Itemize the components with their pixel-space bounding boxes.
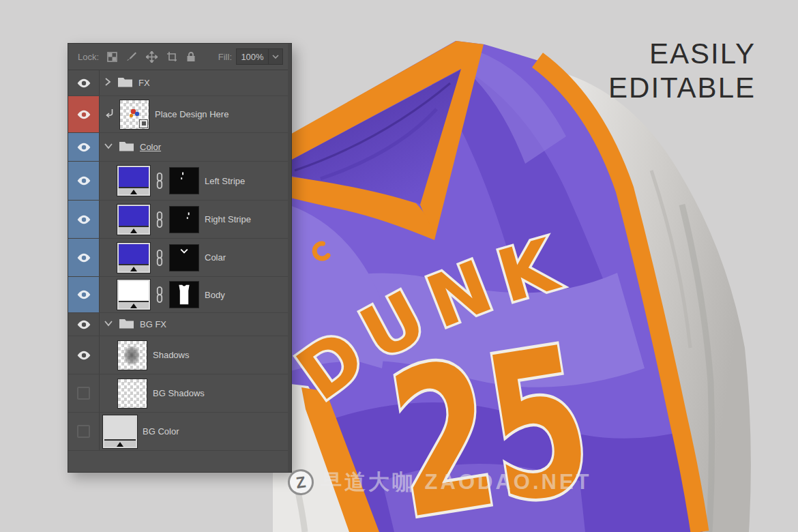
smart-object-thumbnail[interactable] xyxy=(119,100,149,130)
headline-line2: EDITABLE xyxy=(608,71,756,105)
lock-transparent-pixels-icon[interactable] xyxy=(107,52,117,62)
visibility-toggle[interactable] xyxy=(68,313,100,336)
layer-name[interactable]: Colar xyxy=(205,252,226,263)
lock-image-pixels-icon[interactable] xyxy=(126,51,137,62)
layer-name[interactable]: Left Stripe xyxy=(205,176,245,186)
layer-mask-thumbnail[interactable] xyxy=(169,281,199,308)
visibility-toggle[interactable] xyxy=(68,133,100,161)
layer-mask-thumbnail[interactable] xyxy=(169,206,199,233)
layer-row-bg-fx[interactable]: BG FX xyxy=(68,313,291,336)
eye-icon xyxy=(76,109,92,120)
eye-icon xyxy=(76,319,92,330)
layer-row-place-design[interactable]: Place Design Here xyxy=(68,96,291,133)
visibility-toggle[interactable] xyxy=(68,374,100,412)
layer-name[interactable]: BG Color xyxy=(143,426,179,437)
headline: EASILY EDITABLE xyxy=(608,37,756,105)
fill-layer-thumbnail[interactable] xyxy=(117,280,150,310)
link-mask-icon[interactable] xyxy=(156,171,164,190)
link-mask-icon[interactable] xyxy=(156,285,164,304)
layer-row-color-group[interactable]: Color xyxy=(68,133,291,162)
screenshot-root: DUNK 25 EASILY EDITABLE Lock: xyxy=(0,0,798,532)
lock-position-icon[interactable] xyxy=(146,51,158,63)
eye-icon xyxy=(76,289,92,300)
folder-icon xyxy=(119,318,134,331)
watermark-badge-icon: Z xyxy=(286,468,316,497)
layer-row-colar[interactable]: Colar xyxy=(68,239,291,277)
layer-name[interactable]: BG FX xyxy=(140,319,166,329)
visibility-toggle[interactable] xyxy=(68,413,100,450)
pixel-layer-thumbnail[interactable] xyxy=(117,340,147,370)
layer-name[interactable]: Color xyxy=(140,142,161,152)
layer-name[interactable]: Body xyxy=(205,290,225,300)
lock-all-icon[interactable] xyxy=(186,51,196,62)
link-mask-icon[interactable] xyxy=(156,210,164,229)
fill-dropdown-chevron-icon[interactable] xyxy=(268,49,282,64)
visibility-toggle[interactable] xyxy=(68,277,100,312)
layer-row-right-stripe[interactable]: Right Stripe xyxy=(68,201,291,239)
jersey-number: 25 xyxy=(377,302,602,532)
eye-icon xyxy=(76,214,92,225)
fill-layer-thumbnail[interactable] xyxy=(117,166,150,196)
lock-artboard-icon[interactable] xyxy=(166,51,177,62)
layers-panel: Lock: Fill: xyxy=(68,43,292,473)
fill-layer-thumbnail[interactable] xyxy=(117,243,150,273)
folder-icon xyxy=(117,76,133,89)
lock-label: Lock: xyxy=(78,52,99,62)
eye-icon xyxy=(76,78,92,89)
layers-panel-header: Lock: Fill: xyxy=(68,44,291,70)
eye-icon xyxy=(76,142,92,153)
visibility-toggle[interactable] xyxy=(68,336,100,374)
layer-name[interactable]: FX xyxy=(138,78,150,88)
expand-chevron-icon[interactable] xyxy=(104,77,112,89)
hidden-visibility-box[interactable] xyxy=(77,425,90,438)
layer-row-body[interactable]: Body xyxy=(68,277,291,313)
smart-object-badge-icon xyxy=(139,119,148,128)
folder-icon xyxy=(119,141,134,153)
link-mask-icon[interactable] xyxy=(156,248,164,267)
clipping-mask-arrow-icon xyxy=(105,108,114,121)
watermark: Z 早道大咖 ZAODAO.NET xyxy=(288,468,592,497)
fill-opacity-value[interactable]: 100% xyxy=(237,49,268,64)
eye-icon xyxy=(76,350,92,361)
eye-icon xyxy=(76,175,92,186)
eye-icon xyxy=(76,252,92,263)
fill-opacity-control[interactable]: 100% xyxy=(236,48,283,65)
layer-row-fx[interactable]: FX xyxy=(68,70,291,96)
fill-layer-thumbnail[interactable] xyxy=(117,205,150,235)
visibility-toggle[interactable] xyxy=(68,96,100,132)
headline-line1: EASILY xyxy=(608,37,756,71)
visibility-toggle[interactable] xyxy=(68,70,100,95)
collapse-chevron-icon[interactable] xyxy=(104,142,113,152)
pixel-layer-thumbnail[interactable] xyxy=(117,379,147,409)
watermark-text: 早道大咖 ZAODAO.NET xyxy=(321,468,592,497)
layer-name[interactable]: Place Design Here xyxy=(155,109,228,119)
layer-name[interactable]: Right Stripe xyxy=(205,214,251,224)
layer-row-bg-shadows[interactable]: BG Shadows xyxy=(68,374,291,413)
layer-name[interactable]: BG Shadows xyxy=(153,388,205,398)
layer-row-left-stripe[interactable]: Left Stripe xyxy=(68,162,291,201)
collapse-chevron-icon[interactable] xyxy=(104,319,113,329)
layers-list: FX Place Design Here xyxy=(68,70,291,451)
visibility-toggle[interactable] xyxy=(68,239,100,276)
layer-mask-thumbnail[interactable] xyxy=(169,167,199,194)
visibility-toggle[interactable] xyxy=(68,162,100,200)
visibility-toggle[interactable] xyxy=(68,201,100,238)
layer-mask-thumbnail[interactable] xyxy=(169,244,199,271)
layer-name[interactable]: Shadows xyxy=(153,350,189,360)
fill-layer-thumbnail[interactable] xyxy=(103,415,137,448)
layer-row-bg-color[interactable]: BG Color xyxy=(68,413,291,451)
layer-row-shadows[interactable]: Shadows xyxy=(68,336,291,374)
hidden-visibility-box[interactable] xyxy=(77,387,90,400)
fill-label: Fill: xyxy=(218,52,232,62)
